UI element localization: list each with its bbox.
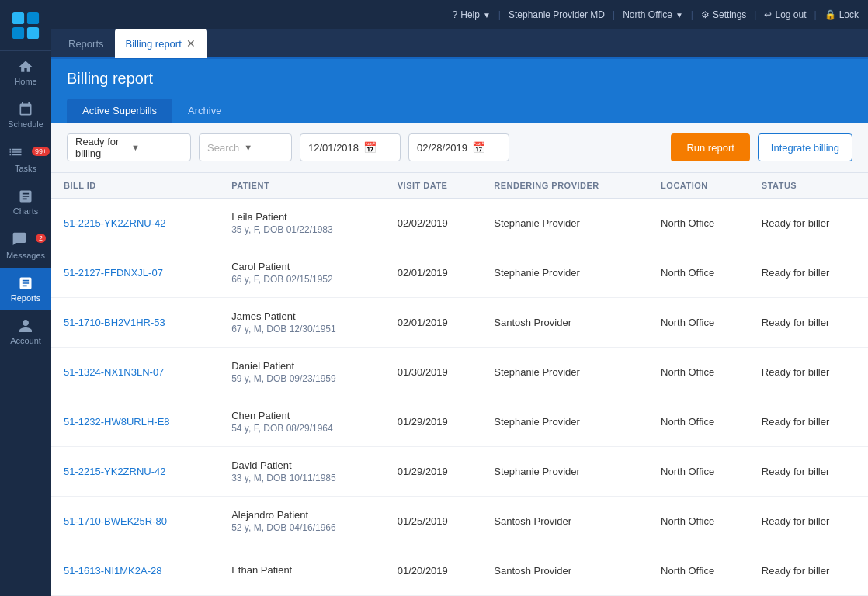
cell-patient: Ethan Patient [219,546,385,596]
charts-icon [18,189,33,204]
bill-id-link[interactable]: 51-1710-BWEK25R-80 [64,515,167,527]
cell-location: North Office [648,546,749,596]
sidebar-item-charts[interactable]: Charts [0,181,51,224]
subtab-active-superbills[interactable]: Active Superbills [67,99,172,123]
cell-bill-id: 51-1710-BWEK25R-80 [51,497,219,546]
bill-id-link[interactable]: 51-1324-NX1N3LN-07 [64,366,164,378]
sidebar-item-schedule[interactable]: Schedule [0,94,51,137]
patient-info: 54 y, F, DOB 08/29/1964 [231,423,373,434]
bill-id-link[interactable]: 51-2215-YK2ZRNU-42 [64,217,166,229]
svg-rect-1 [27,12,39,23]
tasks-icon [8,144,23,160]
table-body: 51-2215-YK2ZRNU-42Leila Patient35 y, F, … [51,199,868,596]
cell-status: Ready for biller [749,397,868,447]
sidebar-item-home[interactable]: Home [0,51,51,94]
help-caret-icon: ▼ [483,11,491,19]
subtab-active-superbills-label: Active Superbills [82,105,157,116]
cell-status: Ready for biller [749,447,868,497]
cell-location: North Office [648,248,749,298]
close-icon[interactable]: ✕ [186,37,196,50]
user-label: Stephanie Provider MD [509,9,605,20]
date-to-input[interactable]: 02/28/2019 📅 [408,133,509,161]
patient-name: Chen Patient [231,410,373,421]
sidebar-item-messages[interactable]: 2 Messages [0,224,51,268]
tab-reports[interactable]: Reports [57,29,115,58]
col-location: LOCATION [648,173,749,199]
lock-label: Lock [839,9,859,20]
sidebar-item-tasks[interactable]: 99+ Tasks [0,137,51,181]
col-bill-id: BILL ID [51,173,219,199]
cell-patient: Leila Patient35 y, F, DOB 01/22/1983 [219,199,385,248]
sidebar-label-home: Home [14,77,36,86]
search-filter[interactable]: Search ▼ [199,133,292,161]
user-name: Stephanie Provider MD [509,9,605,20]
date-from-value: 12/01/2018 [308,142,359,154]
bill-id-link[interactable]: 51-1710-BH2V1HR-53 [64,317,165,328]
tab-billing-report-label: Billing report [126,38,182,50]
date-to-value: 02/28/2019 [417,142,467,154]
settings-label: Settings [713,9,746,20]
cell-location: North Office [648,348,749,397]
table-row: 51-2215-YK2ZRNU-42Leila Patient35 y, F, … [51,199,868,248]
gear-icon: ⚙ [701,9,710,20]
cell-status: Ready for biller [749,199,868,248]
sidebar-item-account[interactable]: Account [0,310,51,353]
bill-id-link[interactable]: 51-1232-HW8URLH-E8 [64,416,170,428]
subtab-archive[interactable]: Archive [172,99,237,123]
messages-badge: 2 [36,234,46,243]
subtab-archive-label: Archive [188,105,221,116]
office-selector[interactable]: North Office ▼ [623,9,683,20]
integrate-billing-button[interactable]: Integrate billing [758,133,852,161]
page-header: Billing report [51,59,868,99]
cell-patient: Chen Patient54 y, F, DOB 08/29/1964 [219,397,385,447]
tab-billing-report[interactable]: Billing report ✕ [115,29,207,58]
bill-id-link[interactable]: 51-2215-YK2ZRNU-42 [64,466,166,477]
search-label: Search [207,142,239,154]
cell-location: North Office [648,497,749,546]
logo [0,0,51,51]
cell-rendering-provider: Stephanie Provider [481,447,648,497]
patient-name: David Patient [231,459,373,471]
cell-rendering-provider: Santosh Provider [481,298,648,348]
topbar: ? Help ▼ | Stephanie Provider MD | North… [51,0,868,29]
sidebar-label-tasks: Tasks [15,164,36,173]
cell-rendering-provider: Stephanie Provider [481,248,648,298]
patient-name: Alejandro Patient [231,509,373,521]
patient-name: Leila Patient [231,211,373,223]
cell-bill-id: 51-1710-BH2V1HR-53 [51,298,219,348]
cell-patient: Carol Patient66 y, F, DOB 02/15/1952 [219,248,385,298]
date-from-input[interactable]: 12/01/2018 📅 [300,133,401,161]
help-button[interactable]: ? Help ▼ [453,9,491,20]
cell-location: North Office [648,447,749,497]
home-icon [18,59,33,74]
cell-bill-id: 51-2215-YK2ZRNU-42 [51,199,219,248]
lock-icon: 🔒 [825,9,836,20]
table-row: 51-1613-NI1MK2A-28Ethan Patient01/20/201… [51,546,868,596]
cell-location: North Office [648,397,749,447]
lock-button[interactable]: 🔒 Lock [825,9,859,20]
cell-status: Ready for biller [749,497,868,546]
tab-reports-label: Reports [68,38,104,50]
tasks-badge: 99+ [32,147,50,156]
cell-location: North Office [648,199,749,248]
cell-bill-id: 51-1324-NX1N3LN-07 [51,348,219,397]
billing-table: BILL ID PATIENT VISIT DATE RENDERING PRO… [51,173,868,596]
run-report-button[interactable]: Run report [671,133,749,161]
col-patient: PATIENT [219,173,385,199]
cell-visit-date: 01/30/2019 [385,348,482,397]
table-row: 51-1324-NX1N3LN-07Daniel Patient59 y, M,… [51,348,868,397]
settings-button[interactable]: ⚙ Settings [701,9,746,20]
logout-button[interactable]: ↩ Log out [764,9,806,20]
filters-row: Ready for billing ▼ Search ▼ 12/01/2018 … [51,123,868,173]
sidebar-item-reports[interactable]: Reports [0,268,51,310]
cell-bill-id: 51-2127-FFDNXJL-07 [51,248,219,298]
status-filter-caret-icon: ▼ [131,143,182,152]
cell-rendering-provider: Stephanie Provider [481,397,648,447]
patient-info: 52 y, M, DOB 04/16/1966 [231,522,373,533]
calendar-to-icon: 📅 [472,141,485,154]
bill-id-link[interactable]: 51-2127-FFDNXJL-07 [64,267,163,279]
bill-id-link[interactable]: 51-1613-NI1MK2A-28 [64,565,161,577]
status-filter[interactable]: Ready for billing ▼ [67,133,191,161]
main-area: ? Help ▼ | Stephanie Provider MD | North… [51,0,868,596]
status-filter-value: Ready for billing [75,136,127,159]
